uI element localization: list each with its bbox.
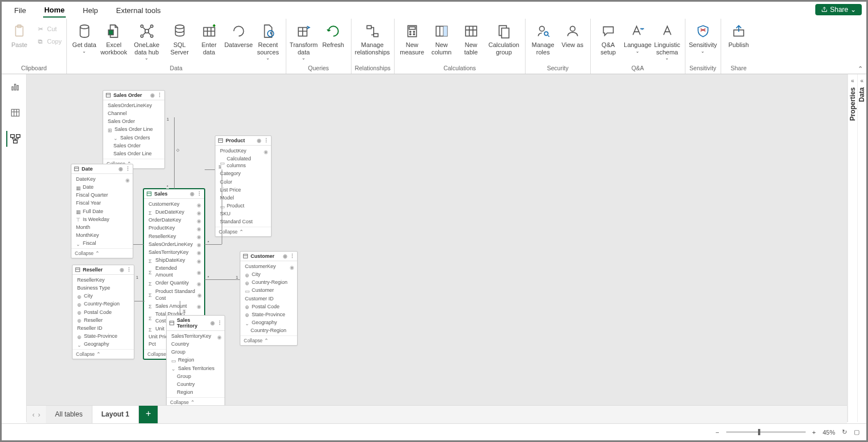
hidden-icon[interactable]: ◉ bbox=[197, 303, 202, 308]
table-row[interactable]: ⌄Fiscal bbox=[71, 239, 133, 247]
properties-pane-toggle[interactable]: «Properties bbox=[848, 74, 857, 422]
table-row[interactable]: ⊕Postal Code bbox=[240, 303, 297, 311]
visibility-icon[interactable]: ◉ bbox=[210, 320, 215, 326]
table-row[interactable]: DateKey◉ bbox=[71, 175, 133, 183]
visibility-icon[interactable]: ◉ bbox=[257, 138, 261, 143]
refresh-button[interactable]: Refresh bbox=[319, 21, 348, 50]
table-row[interactable]: ▭Product bbox=[215, 202, 271, 210]
table-row[interactable]: Sales Order bbox=[103, 142, 164, 150]
visibility-icon[interactable]: ◉ bbox=[283, 253, 287, 259]
dataverse-button[interactable]: Dataverse bbox=[225, 21, 253, 50]
table-row[interactable]: Standard Cost bbox=[215, 218, 271, 226]
table-row[interactable]: ⊕State-Province bbox=[240, 311, 297, 318]
table-row[interactable]: MonthKey bbox=[71, 231, 133, 239]
zoom-slider[interactable] bbox=[726, 431, 806, 433]
table-row[interactable]: ⊕City bbox=[73, 292, 134, 300]
table-sales-order[interactable]: Sales Order◉⋮ SalesOrderLineKey Channel … bbox=[103, 90, 165, 169]
menu-home[interactable]: Home bbox=[43, 3, 66, 18]
more-icon[interactable]: ⋮ bbox=[197, 191, 202, 197]
table-row[interactable]: ⌄Sales Territories bbox=[167, 364, 225, 372]
table-row[interactable]: ⊕City bbox=[240, 270, 297, 278]
table-row[interactable]: Month bbox=[71, 223, 133, 231]
model-view-button[interactable] bbox=[6, 131, 22, 147]
table-product[interactable]: Product◉⋮ ProductKey◉ ▭Calculated column… bbox=[215, 135, 272, 237]
table-row[interactable]: ⊕Country-Region bbox=[240, 278, 297, 286]
table-row[interactable]: ProductKey◉ bbox=[144, 224, 204, 232]
table-row[interactable]: ▭Customer bbox=[240, 286, 297, 294]
table-row[interactable]: Customer ID bbox=[240, 295, 297, 303]
hidden-icon[interactable]: ◉ bbox=[197, 249, 202, 254]
fit-to-page-button[interactable]: ▢ bbox=[854, 428, 859, 436]
relationship-line[interactable] bbox=[134, 301, 145, 301]
relationship-line[interactable] bbox=[180, 301, 180, 315]
tab-next-button[interactable]: › bbox=[38, 411, 40, 419]
table-row[interactable]: ΣDueDateKey◉ bbox=[144, 208, 204, 216]
collapse-link[interactable]: Collapse ⌃ bbox=[240, 335, 297, 345]
zoom-out-button[interactable]: − bbox=[715, 429, 719, 436]
table-row[interactable]: ⊕State-Province bbox=[73, 332, 134, 340]
table-row[interactable]: OrderDateKey◉ bbox=[144, 216, 204, 224]
visibility-icon[interactable]: ◉ bbox=[120, 267, 124, 273]
table-row[interactable]: ⌄Geography bbox=[73, 340, 134, 348]
manage-roles-button[interactable]: Manage roles bbox=[529, 21, 557, 57]
calculation-group-button[interactable]: Calculation group bbox=[486, 21, 522, 57]
hidden-icon[interactable]: ◉ bbox=[197, 226, 202, 231]
tab-layout-1[interactable]: Layout 1 bbox=[92, 406, 139, 423]
table-row[interactable]: SalesTerritoryKey◉ bbox=[144, 248, 204, 256]
more-icon[interactable]: ⋮ bbox=[125, 166, 130, 172]
get-data-button[interactable]: Get data⌄ bbox=[70, 21, 99, 55]
table-row[interactable]: Country bbox=[167, 380, 225, 388]
table-row[interactable]: SalesOrderLineKey◉ bbox=[144, 240, 204, 248]
hidden-icon[interactable]: ◉ bbox=[197, 258, 202, 263]
more-icon[interactable]: ⋮ bbox=[290, 253, 295, 259]
qna-setup-button[interactable]: Q&A setup bbox=[594, 21, 623, 57]
table-row[interactable]: SalesOrderLineKey bbox=[103, 101, 164, 109]
hidden-icon[interactable]: ◉ bbox=[125, 177, 130, 182]
view-as-button[interactable]: View as bbox=[558, 21, 587, 50]
tab-prev-button[interactable]: ‹ bbox=[32, 411, 35, 419]
table-row[interactable]: ▭Calculated columns bbox=[215, 155, 271, 169]
relationship-line[interactable] bbox=[174, 117, 175, 189]
table-row[interactable]: Reseller ID bbox=[73, 324, 134, 332]
table-row[interactable]: Sales Order bbox=[103, 117, 164, 125]
table-row[interactable]: ▦Date bbox=[71, 183, 133, 191]
table-row[interactable]: Business Type bbox=[73, 284, 134, 292]
refresh-status-icon[interactable]: ↻ bbox=[842, 428, 847, 436]
hidden-icon[interactable]: ◉ bbox=[197, 241, 202, 246]
visibility-icon[interactable]: ◉ bbox=[118, 166, 123, 172]
more-icon[interactable]: ⋮ bbox=[126, 267, 132, 273]
table-row[interactable]: List Price bbox=[215, 186, 271, 194]
table-row[interactable]: ResellerKey bbox=[73, 276, 134, 284]
relationship-line[interactable] bbox=[222, 169, 222, 244]
table-row[interactable]: ▭Region bbox=[167, 356, 225, 364]
copy-button[interactable]: ⧉Copy bbox=[35, 36, 63, 47]
table-row[interactable]: SalesTerritoryKey◉ bbox=[167, 332, 225, 340]
hidden-icon[interactable]: ◉ bbox=[197, 210, 202, 215]
table-row[interactable]: ΣExtended Amount◉ bbox=[144, 264, 204, 279]
table-customer[interactable]: Customer◉⋮ CustomerKey◉ ⊕City ⊕Country-R… bbox=[240, 251, 298, 346]
hidden-icon[interactable]: ◉ bbox=[197, 292, 202, 297]
table-row[interactable]: Sales Order Line bbox=[103, 150, 164, 158]
table-row[interactable]: Country-Region bbox=[240, 326, 297, 334]
table-row[interactable]: ΣShipDateKey◉ bbox=[144, 256, 204, 264]
table-row[interactable]: ⊕Country-Region bbox=[73, 300, 134, 308]
linguistic-schema-button[interactable]: Linguistic schema⌄ bbox=[653, 21, 681, 62]
manage-relationships-button[interactable]: Manage relationships bbox=[355, 21, 390, 57]
relationship-line[interactable] bbox=[205, 169, 215, 170]
tab-all-tables[interactable]: All tables bbox=[46, 406, 92, 423]
paste-button[interactable]: Paste bbox=[5, 21, 33, 50]
table-row[interactable]: Group bbox=[167, 372, 225, 380]
hidden-icon[interactable]: ◉ bbox=[197, 233, 202, 239]
relationship-line[interactable] bbox=[133, 244, 143, 245]
relationship-line[interactable] bbox=[205, 244, 222, 245]
table-row[interactable]: ⊤Is Weekday bbox=[71, 215, 133, 223]
table-row[interactable]: ProductKey◉ bbox=[215, 147, 271, 155]
table-row[interactable]: Country bbox=[167, 340, 225, 348]
cut-button[interactable]: ✂Cut bbox=[35, 23, 63, 35]
table-row[interactable]: Region bbox=[167, 388, 225, 396]
table-row[interactable]: Fiscal Year bbox=[71, 199, 133, 207]
hidden-icon[interactable]: ◉ bbox=[197, 280, 202, 286]
more-icon[interactable]: ⋮ bbox=[217, 320, 222, 326]
table-row[interactable]: SKU bbox=[215, 210, 271, 218]
collapse-link[interactable]: Collapse ⌃ bbox=[73, 349, 134, 359]
